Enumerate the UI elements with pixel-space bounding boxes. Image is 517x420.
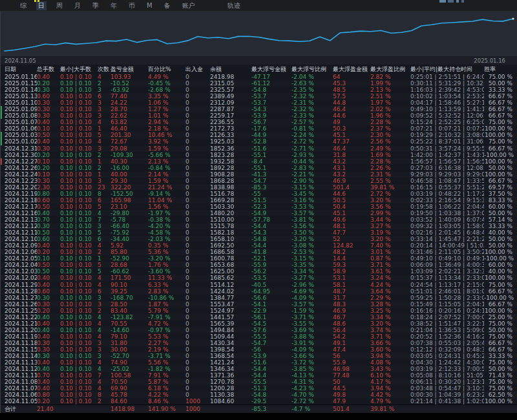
cell-balance: 1084.60 — [210, 398, 251, 404]
table-row[interactable]: 2025.01.070.400.10 | 0.10463.822.94 %022… — [1, 119, 517, 125]
column-header[interactable]: 余额 — [210, 66, 251, 72]
table-row[interactable]: 2024.11.110.700.10 | 0.107100.587.91 %01… — [1, 372, 517, 379]
cell-times: 4 — [98, 282, 111, 288]
table-row[interactable]: 2024.11.070.400.10 | 0.10469.906.18 %012… — [1, 385, 517, 392]
column-header[interactable]: 最大浮亏比例 — [291, 66, 333, 72]
yellow-tick-mark — [34, 0, 41, 2]
table-row[interactable]: 2024.12.110.500.10 | 0.105-75.92-4.58 %0… — [1, 229, 517, 236]
table-row[interactable]: 2024.12.120.300.10 | 0.103-66.40-4.20 %0… — [1, 223, 517, 229]
table-row[interactable]: 2024.12.040.500.10 | 0.10528.681.76 %016… — [1, 262, 517, 268]
table-row[interactable]: 2024.12.100.600.10 | 0.106-34.40-2.03 %0… — [1, 236, 517, 242]
table-row[interactable]: 2025.01.020.400.10 | 0.10472.673.92 %019… — [1, 138, 517, 145]
cell-win_rate: 66.67 % — [484, 93, 517, 100]
table-row[interactable]: 2024.12.160.400.10 | 0.104-29.80-1.97 %0… — [1, 210, 517, 216]
table-row[interactable]: 2024.12.260.200.10 | 0.102-16.00-0.84 %0… — [1, 165, 517, 171]
menu-item[interactable]: 周 — [54, 1, 65, 10]
table-row[interactable]: 2025.01.030.500.10 | 0.105201.3010.46 %0… — [1, 132, 517, 138]
table-row[interactable]: 2025.01.160.400.10 | 0.104103.934.49 %02… — [1, 74, 517, 80]
menu-item[interactable]: 年 — [109, 1, 119, 10]
table-row[interactable]: 2025.01.060.100.10 | 0.10146.402.18 %021… — [1, 125, 517, 132]
table-row[interactable]: 2024.11.130.400.10 | 0.10474.905.56 %014… — [1, 359, 517, 366]
table-row[interactable]: 2024.11.200.400.10 | 0.104-14.60-0.97 %0… — [1, 327, 517, 333]
total-cell-max_loss: -85.3 — [251, 406, 291, 412]
table-row[interactable]: 2024.12.190.800.10 | 0.108-152.50-9.14 %… — [1, 191, 517, 197]
table-row[interactable]: 2024.12.130.700.10 | 0.107-5.78-0.38 %01… — [1, 216, 517, 223]
menu-item[interactable]: 备 — [162, 1, 173, 10]
table-row[interactable]: 2024.12.300.200.10 | 0.102-109.30-5.66 %… — [1, 152, 517, 158]
menu-item[interactable]: 季 — [90, 1, 101, 10]
column-header[interactable]: 百分比% — [148, 66, 185, 72]
table-row[interactable]: 2025.01.140.300.10 | 0.103-63.92-2.68 %0… — [1, 87, 517, 93]
total-cell-max_profit: 501.4 — [333, 406, 370, 412]
table-row[interactable]: 2024.11.270.300.10 | 0.103-168.70-10.86 … — [1, 295, 517, 301]
column-header[interactable]: 最大浮亏金额 — [251, 66, 291, 72]
cell-max_profit: 48.1 — [333, 223, 370, 229]
menu-item[interactable]: 月 — [72, 1, 83, 10]
table-row[interactable]: 2025.01.150.200.10 | 0.102-10.52-0.45 %0… — [1, 80, 517, 87]
cell-inout: 0 — [185, 255, 210, 262]
table-row[interactable]: 2024.12.180.600.10 | 0.106165.9811.04 %0… — [1, 197, 517, 204]
column-header[interactable]: 日期 — [1, 66, 37, 72]
table-row[interactable]: 2024.12.202.300.10 | 0.1023322.2021.24 %… — [1, 184, 517, 191]
menu-item[interactable]: 综 — [18, 1, 28, 10]
table-row[interactable]: 2024.12.230.300.10 | 0.10329.301.59 %018… — [1, 178, 517, 184]
table-row[interactable]: 2024.12.020.400.10 | 0.104171.5011.33 %0… — [1, 275, 517, 281]
table-row[interactable]: 2024.11.280.600.10 | 0.10639.252.83 %014… — [1, 288, 517, 295]
table-row[interactable]: 2024.12.270.100.10 | 0.10140.302.13 %019… — [1, 158, 517, 165]
cell-max_loss: -53.7 — [251, 93, 291, 100]
column-header[interactable]: 次数 — [98, 66, 111, 72]
column-header[interactable]: 盈亏金额 — [111, 66, 148, 72]
cell-balance: 2418.98 — [210, 74, 251, 80]
table-row[interactable]: 2024.11.180.300.10 | 0.10331.802.27 %014… — [1, 340, 517, 346]
menu-item[interactable]: 账户 — [180, 1, 197, 10]
column-header[interactable]: 最小|平均|最大持仓时间 — [410, 66, 484, 72]
cell-win_rate: 66.67 % — [484, 340, 517, 346]
cell-pnl: -66.40 — [111, 223, 148, 229]
table-row[interactable]: 2024.11.060.800.10 | 0.10845.784.22 %011… — [1, 392, 517, 398]
table-row[interactable]: 2024.11.120.400.10 | 0.104-25.02-1.82 %0… — [1, 366, 517, 372]
table-row[interactable]: 2024.11.150.300.10 | 0.10330.002.19 %013… — [1, 346, 517, 353]
table-row[interactable]: 2024.11.210.400.10 | 0.10470.554.72 %015… — [1, 320, 517, 327]
column-header[interactable]: 总手数 — [37, 66, 60, 72]
table-row[interactable]: 2024.11.140.300.10 | 0.103-52.70-3.71 %0… — [1, 353, 517, 359]
cell-balance: 1600.78 — [210, 255, 251, 262]
cell-max_loss: -52.3 — [251, 204, 291, 210]
cell-pnl: 85.80 — [111, 249, 148, 255]
table-row[interactable]: 2024.12.030.500.10 | 0.105-60.62-3.60 %0… — [1, 268, 517, 275]
menu-item-trajectory[interactable]: 轨迹 — [226, 1, 242, 10]
table-row[interactable]: 2024.11.080.400.10 | 0.10470.505.87 %012… — [1, 379, 517, 385]
cell-max_loss: -54.7 — [251, 340, 291, 346]
table-row[interactable]: 2024.12.060.200.10 | 0.10285.805.36 %016… — [1, 249, 517, 255]
table-row[interactable]: 2024.11.220.400.10 | 0.104-123.82-7.91 %… — [1, 314, 517, 320]
table-row[interactable]: 2024.11.050.200.10 | 0.10284.608.46 %100… — [1, 398, 517, 404]
table-row[interactable]: 2025.01.080.300.10 | 0.10322.621.01 %022… — [1, 112, 517, 119]
cell-times: 7 — [98, 216, 111, 223]
table-row[interactable]: 2024.12.050.100.10 | 0.101-52.90-3.20 %0… — [1, 255, 517, 262]
column-header[interactable]: 出入金 — [185, 66, 210, 72]
cell-max_loss: -53.5 — [251, 275, 291, 281]
table-row[interactable]: 2025.01.130.600.10 | 0.10677.403.35 %023… — [1, 93, 517, 100]
column-header[interactable]: 最小|大手数 — [60, 66, 98, 72]
column-header[interactable]: 胜率 — [484, 66, 517, 72]
table-row[interactable]: 2024.12.170.500.10 | 0.10523.101.56 %015… — [1, 204, 517, 210]
cell-date: 2024.11.15 — [1, 346, 37, 353]
menu-item[interactable]: 币 — [127, 1, 137, 10]
cell-balance: 1441.57 — [210, 314, 251, 320]
table-row[interactable]: 2024.11.190.400.10 | 0.10479.105.53 %015… — [1, 333, 517, 340]
total-cell-pnl: 1418.98 — [111, 406, 148, 412]
cell-minmax: 0.10 | 0.10 — [60, 119, 98, 125]
table-row[interactable]: 2025.01.090.300.10 | 0.10328.701.27 %022… — [1, 106, 517, 112]
table-row[interactable]: 2025.01.100.300.10 | 0.10324.221.06 %023… — [1, 100, 517, 106]
table-row[interactable]: 2024.12.090.400.10 | 0.1045.920.35 %0169… — [1, 242, 517, 249]
column-header[interactable]: 最大浮盈比例 — [370, 66, 410, 72]
column-header[interactable]: 最大浮盈金额 — [333, 66, 370, 72]
table-row[interactable]: 2024.11.260.300.10 | 0.10328.501.87 %015… — [1, 301, 517, 308]
menu-item[interactable]: 日 — [36, 1, 47, 10]
table-row[interactable]: 2024.11.290.400.10 | 0.10490.106.33 %015… — [1, 282, 517, 288]
cell-minmax: 0.10 | 0.10 — [60, 333, 98, 340]
cell-lots: 0.40 — [37, 385, 60, 392]
table-row[interactable]: 2024.12.310.300.10 | 0.10329.081.59 %018… — [1, 145, 517, 152]
menu-item[interactable]: M — [145, 1, 154, 10]
table-row[interactable]: 2024.12.240.100.10 | 0.10140.002.14 %019… — [1, 171, 517, 178]
table-row[interactable]: 2024.11.250.200.10 | 0.10283.405.79 %015… — [1, 308, 517, 314]
